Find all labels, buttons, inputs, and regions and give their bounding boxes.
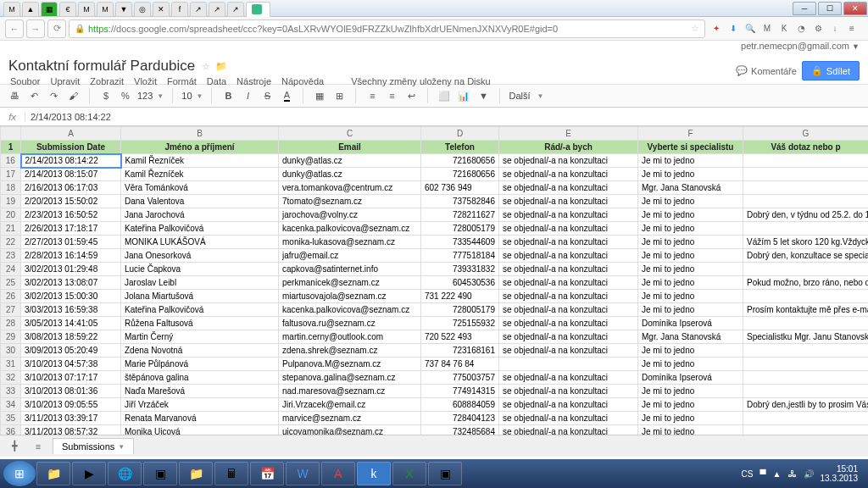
star-doc-icon[interactable]: ☆ bbox=[202, 61, 210, 72]
menu-file[interactable]: Soubor bbox=[10, 76, 40, 86]
table-row[interactable]: 293/08/2013 18:59:22Martin Černýmartin.c… bbox=[1, 330, 869, 344]
menu-insert[interactable]: Vložit bbox=[134, 76, 157, 86]
cell[interactable]: Je mi to jedno bbox=[638, 290, 743, 303]
cell[interactable]: 3/10/2013 09:05:55 bbox=[21, 398, 121, 412]
cell[interactable] bbox=[743, 154, 869, 168]
cell[interactable]: Monika Ujcová bbox=[121, 425, 279, 435]
cell[interactable]: se objednal/-a na konzultaci bbox=[499, 412, 638, 425]
chart-icon[interactable]: 📊 bbox=[456, 88, 471, 103]
ext-icon-7[interactable]: ⚙ bbox=[812, 23, 824, 35]
row-header[interactable]: 32 bbox=[1, 371, 21, 385]
col-E[interactable]: E bbox=[499, 127, 638, 141]
row-header[interactable]: 21 bbox=[1, 222, 21, 236]
window-maximize[interactable]: ☐ bbox=[818, 2, 842, 15]
ext-icon-2[interactable]: ⬇ bbox=[727, 23, 739, 35]
cell[interactable]: se objednal/-a na konzultaci bbox=[499, 385, 638, 398]
wrap-icon[interactable]: ↩ bbox=[403, 88, 419, 103]
cell[interactable]: Je mi to jedno bbox=[638, 276, 743, 290]
col-C[interactable]: C bbox=[279, 127, 421, 141]
cell[interactable]: Jana Onesorková bbox=[121, 249, 279, 263]
cell[interactable]: se objednal/-a na konzultaci bbox=[499, 371, 638, 385]
cell[interactable]: 3/02/2013 13:08:07 bbox=[21, 276, 121, 290]
tray-clock[interactable]: 15:01 13.3.2013 bbox=[821, 464, 859, 483]
align-icon[interactable]: ≡ bbox=[364, 88, 380, 103]
col-G[interactable]: G bbox=[743, 127, 869, 141]
cell[interactable]: 3/05/2013 14:41:05 bbox=[21, 317, 121, 330]
cell[interactable]: faltusova.ru@seznam.cz bbox=[279, 317, 421, 330]
cell[interactable]: 737 84 76 84 bbox=[421, 358, 499, 371]
table-row[interactable]: 333/10/2013 08:01:36Naďa Marešovánad.mar… bbox=[1, 385, 869, 398]
menu-view[interactable]: Zobrazit bbox=[90, 76, 124, 86]
cell[interactable]: Marie Půlpánová bbox=[121, 358, 279, 371]
tab-mini-9[interactable]: ✕ bbox=[153, 2, 170, 17]
table-row[interactable]: 283/05/2013 14:41:05Růžena Faltusováfalt… bbox=[1, 317, 869, 330]
cell[interactable] bbox=[743, 181, 869, 195]
cell[interactable]: 774914315 bbox=[421, 385, 499, 398]
row-header[interactable]: 17 bbox=[1, 168, 21, 181]
row-header[interactable]: 28 bbox=[1, 317, 21, 330]
nav-reload[interactable]: ⟳ bbox=[47, 19, 66, 38]
valign-icon[interactable]: ≡ bbox=[384, 88, 399, 103]
table-row[interactable]: 202/23/2013 16:50:52Jana Jarochovájaroch… bbox=[1, 208, 869, 222]
cell[interactable]: 604530536 bbox=[421, 276, 499, 290]
row-header[interactable]: 16 bbox=[1, 154, 21, 168]
cell[interactable]: se objednal/-a na konzultaci bbox=[499, 330, 638, 344]
folder-icon[interactable]: 📁 bbox=[215, 61, 227, 72]
cell[interactable]: 775003757 bbox=[421, 371, 499, 385]
row-header[interactable]: 36 bbox=[1, 425, 21, 435]
cell[interactable]: Pulpanova.M@seznam.cz bbox=[279, 358, 421, 371]
nav-back[interactable]: ← bbox=[5, 19, 24, 38]
row-header[interactable]: 22 bbox=[1, 236, 21, 249]
merge-icon[interactable]: ⬜ bbox=[437, 88, 452, 103]
cell[interactable]: se objednal/-a na konzultaci bbox=[499, 276, 638, 290]
task-pdf[interactable]: A bbox=[321, 462, 355, 485]
cell[interactable]: Martin Černý bbox=[121, 330, 279, 344]
task-k[interactable]: k bbox=[357, 462, 391, 485]
cell[interactable]: se objednal/-a na konzultaci bbox=[499, 249, 638, 263]
table-row[interactable]: 323/10/2013 07:17:17štěpánova galinastep… bbox=[1, 371, 869, 385]
cell[interactable]: Naďa Marešová bbox=[121, 385, 279, 398]
cell[interactable]: jafru@email.cz bbox=[279, 249, 421, 263]
cell[interactable]: nad.maresova@seznam.cz bbox=[279, 385, 421, 398]
tray-lang[interactable]: CS bbox=[742, 469, 754, 479]
cell[interactable]: MONIKA LUKÁŠOVÁ bbox=[121, 236, 279, 249]
cell[interactable]: 2/14/2013 08:15:07 bbox=[21, 168, 121, 181]
table-row[interactable]: 353/11/2013 03:39:17Renata Marvanovámarv… bbox=[1, 412, 869, 425]
hdr-question[interactable]: Váš dotaz nebo p bbox=[743, 141, 869, 154]
fill-icon[interactable]: ▦ bbox=[312, 88, 327, 103]
cell[interactable] bbox=[743, 317, 869, 330]
cell[interactable] bbox=[743, 263, 869, 276]
cell[interactable]: se objednal/-a na konzultaci bbox=[499, 222, 638, 236]
cell[interactable]: zdena.shrek@seznam.cz bbox=[279, 344, 421, 358]
currency-icon[interactable]: $ bbox=[98, 88, 114, 103]
cell[interactable]: Jiri.Vrzacek@email.cz bbox=[279, 398, 421, 412]
cell[interactable]: Je mi to jedno bbox=[638, 236, 743, 249]
cell[interactable]: 731 222 490 bbox=[421, 290, 499, 303]
cell[interactable]: 2/14/2013 08:14:22 bbox=[21, 154, 121, 168]
cell[interactable]: Je mi to jedno bbox=[638, 303, 743, 317]
cell[interactable]: dunky@atlas.cz bbox=[279, 168, 421, 181]
row-header[interactable]: 27 bbox=[1, 303, 21, 317]
row-header[interactable]: 18 bbox=[1, 181, 21, 195]
tray-net-icon[interactable]: 🖧 bbox=[788, 469, 797, 479]
system-tray[interactable]: CS ▀ ▲ 🖧 🔊 15:01 13.3.2013 bbox=[742, 464, 865, 483]
cell[interactable]: 728005179 bbox=[421, 222, 499, 236]
cell[interactable]: Kamil Řezníček bbox=[121, 168, 279, 181]
cell[interactable]: 3/02/2013 15:00:30 bbox=[21, 290, 121, 303]
tab-mini-2[interactable]: ▲ bbox=[22, 2, 39, 17]
cell[interactable]: 723168161 bbox=[421, 344, 499, 358]
cell[interactable]: Dobrý den,jestli by to prosim Vás bbox=[743, 398, 869, 412]
cell[interactable] bbox=[743, 168, 869, 181]
cell[interactable]: 732485684 bbox=[421, 425, 499, 435]
cell[interactable]: 2/20/2013 15:50:02 bbox=[21, 195, 121, 208]
hdr-phone[interactable]: Telefon bbox=[421, 141, 499, 154]
percent-icon[interactable]: % bbox=[118, 88, 133, 103]
task-chrome[interactable]: 🌐 bbox=[108, 462, 142, 485]
window-minimize[interactable]: ─ bbox=[793, 2, 816, 15]
cell[interactable]: Je mi to jedno bbox=[638, 168, 743, 181]
cell[interactable]: Dana Valentova bbox=[121, 195, 279, 208]
cell[interactable]: 602 736 949 bbox=[421, 181, 499, 195]
tab-mini-10[interactable]: f bbox=[171, 2, 188, 17]
task-explorer[interactable]: 📁 bbox=[36, 462, 70, 485]
doc-title[interactable]: Kontaktní formulář Pardubice bbox=[8, 58, 195, 75]
